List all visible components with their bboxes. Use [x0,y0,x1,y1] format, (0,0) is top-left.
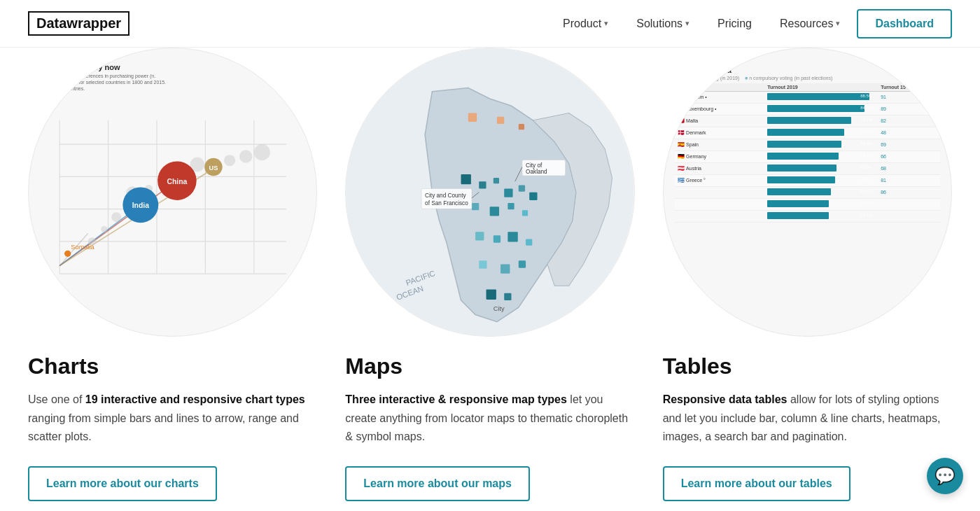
charts-column: · life expectancy now son adjusted for d… [28,48,317,501]
scatter-chart-svg: Somalia India China US [43,97,302,304]
table-row: 53.1% [675,210,939,222]
nav-links: Product ▾ Solutions ▾ Pricing Resources … [552,9,952,38]
svg-rect-51 [508,232,518,241]
col-country: country [675,83,764,92]
svg-point-25 [64,250,71,256]
pricing-label: Pricing [718,18,752,30]
charts-cta-button[interactable]: Learn more about our charts [28,466,217,501]
pricing-menu[interactable]: Pricing [706,12,763,36]
tables-column: e 2019 Europea ■ compulsory voting (in 2… [663,48,952,501]
chart-preview-title: · life expectancy now [43,63,302,71]
mini-table: country Turnout 2019 Turnout 15 🇧🇪Belgiu… [675,83,939,223]
solutions-menu[interactable]: Solutions ▾ [625,12,701,36]
navigation: Datawrapper Product ▾ Solutions ▾ Pricin… [0,0,980,48]
table-row: 🇩🇰Denmark 66.0% 48 [675,127,939,139]
charts-desc-end: ranging from simple bars and lines to ar… [28,412,299,442]
map-svg: PACIFIC OCEAN [346,48,634,336]
svg-rect-56 [486,289,496,299]
charts-desc-start: Use one of [28,393,85,405]
charts-title: Charts [28,354,317,379]
solutions-chevron-icon: ▾ [685,19,690,28]
table-row: 54.5% 86 [675,186,939,198]
maps-desc-bold: Three interactive & responsive map types [345,393,567,405]
resources-chevron-icon: ▾ [836,19,840,28]
maps-description: Three interactive & responsive map types… [345,391,634,446]
product-chevron-icon: ▾ [604,19,608,28]
svg-text:of San Francisco: of San Francisco [425,200,468,206]
svg-text:City: City [493,305,505,312]
svg-point-22 [253,144,270,160]
table-row: 🇧🇪Belgium • 88.5% 91 [675,91,939,103]
col-turnout-2019: Turnout 2019 [764,83,878,92]
svg-rect-40 [479,181,486,188]
tables-desc-bold: Responsive data tables [663,393,788,405]
tables-preview: e 2019 Europea ■ compulsory voting (in 2… [663,48,952,337]
solutions-label: Solutions [636,18,682,30]
tables-cta-button[interactable]: Learn more about our tables [663,466,850,501]
feature-columns: · life expectancy now son adjusted for d… [28,48,952,501]
product-menu[interactable]: Product ▾ [552,12,620,36]
col-turnout-15: Turnout 15 [878,83,939,92]
charts-preview-inner: · life expectancy now son adjusted for d… [43,63,302,322]
dashboard-button[interactable]: Dashboard [857,9,952,38]
svg-text:Somalia: Somalia [71,244,94,251]
svg-point-24 [101,226,107,232]
svg-text:India: India [132,202,148,209]
svg-text:China: China [167,178,187,186]
svg-text:City and County: City and County [425,192,466,199]
svg-rect-43 [519,185,525,191]
svg-rect-41 [493,178,499,183]
maps-preview: PACIFIC OCEAN [345,48,634,337]
maps-title: Maps [345,354,634,379]
svg-rect-55 [519,260,526,267]
svg-text:City of: City of [526,162,542,169]
table-row: 🇩🇪Germany 61.4% 66 [675,150,939,162]
table-row: 🇪🇸Spain 64.3% 69 [675,139,939,150]
chat-bubble[interactable]: 💬 [927,458,963,494]
svg-text:US: US [209,164,218,172]
charts-description: Use one of 19 interactive and responsive… [28,391,317,446]
tables-preview-inner: e 2019 Europea ■ compulsory voting (in 2… [675,66,939,319]
svg-rect-52 [526,239,532,246]
svg-rect-38 [519,124,524,130]
svg-rect-39 [461,174,471,184]
resources-menu[interactable]: Resources ▾ [769,12,851,36]
charts-preview: · life expectancy now son adjusted for d… [28,48,317,337]
table-row: 53.3% [675,198,939,210]
table-preview-title: e 2019 Europea [675,66,939,74]
svg-rect-44 [530,192,538,200]
charts-desc-bold: 19 interactive and responsive chart type… [85,393,305,405]
svg-rect-57 [505,293,512,300]
svg-rect-48 [522,210,528,216]
logo[interactable]: Datawrapper [28,11,130,36]
svg-point-20 [224,155,235,166]
svg-rect-53 [479,260,487,268]
svg-point-21 [239,150,253,163]
svg-rect-45 [472,203,479,210]
table-row: 🇱🇺Luxembourg • 84.1% 89 [675,103,939,115]
maps-cta-button[interactable]: Learn more about our maps [345,466,530,501]
svg-rect-42 [505,189,513,197]
svg-rect-54 [500,264,510,273]
resources-label: Resources [780,18,833,30]
table-preview-subtitle: ■ compulsory voting (in 2019) ■ n compul… [675,76,939,80]
chart-preview-subtitle: son adjusted for differences in purchasi… [43,73,302,92]
main-content: · life expectancy now son adjusted for d… [0,48,980,511]
svg-rect-50 [493,235,500,242]
svg-point-14 [111,212,121,222]
product-label: Product [563,18,601,30]
table-row: 🇲🇹Malta 72.7% 82 [675,115,939,127]
svg-rect-46 [490,206,499,216]
svg-rect-49 [475,232,484,240]
svg-rect-37 [497,117,504,124]
tables-title: Tables [663,354,952,379]
svg-text:Oakland: Oakland [526,169,547,175]
table-row: 🇬🇷Greece ° 58.5% 81 [675,174,939,186]
chat-icon: 💬 [934,466,955,486]
tables-description: Responsive data tables allow for lots of… [663,391,952,446]
maps-column: PACIFIC OCEAN [345,48,634,501]
svg-rect-47 [508,203,514,209]
table-row: 🇦🇹Austria 59.8% 68 [675,162,939,174]
svg-rect-36 [468,113,477,122]
